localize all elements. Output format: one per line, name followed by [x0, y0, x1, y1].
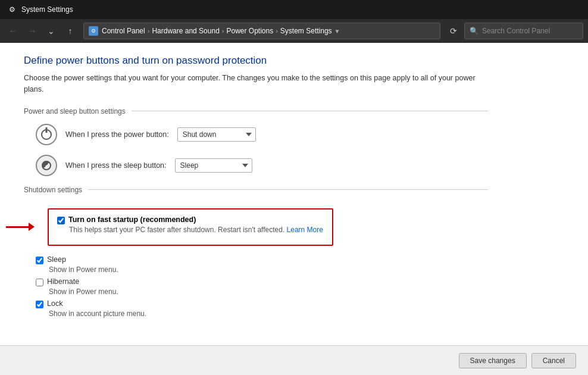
- sleep-checkbox-row: Sleep: [36, 255, 488, 264]
- lock-checkbox-label[interactable]: Lock: [47, 299, 62, 308]
- power-sleep-section-title: Power and sleep button settings: [24, 107, 126, 115]
- page-description: Choose the power settings that you want …: [24, 73, 488, 95]
- page-content: Define power buttons and turn on passwor…: [0, 43, 512, 368]
- sleep-checkbox-label[interactable]: Sleep: [47, 255, 66, 264]
- fast-startup-description: This helps start your PC faster after sh…: [69, 226, 324, 234]
- cancel-button[interactable]: Cancel: [531, 353, 576, 368]
- shutdown-section-divider: [88, 189, 488, 190]
- nav-bar: ← → ⌄ ↑ ⚙ Control Panel › Hardware and S…: [0, 19, 588, 43]
- learn-more-link[interactable]: Learn More: [287, 226, 323, 234]
- up-button[interactable]: ↑: [62, 23, 79, 39]
- sleep-checkbox[interactable]: [36, 257, 43, 264]
- refresh-button[interactable]: ⟳: [445, 23, 462, 39]
- content-area: Define power buttons and turn on passwor…: [0, 43, 588, 375]
- search-box[interactable]: 🔍 Search Control Panel: [464, 23, 583, 39]
- search-icon: 🔍: [470, 27, 478, 35]
- back-button[interactable]: ←: [5, 23, 21, 39]
- save-changes-button[interactable]: Save changes: [459, 353, 527, 368]
- sleep-button-label: When I press the sleep button:: [65, 161, 167, 170]
- sleep-button-icon: [36, 155, 57, 176]
- page-title: Define power buttons and turn on passwor…: [24, 55, 488, 67]
- lock-sublabel: Show in account picture menu.: [49, 310, 488, 318]
- breadcrumb-icon: ⚙: [89, 26, 98, 36]
- fast-startup-highlight-box: Turn on fast startup (recommended) This …: [48, 208, 333, 246]
- breadcrumb-control-panel[interactable]: Control Panel: [102, 27, 145, 35]
- power-button-row: When I press the power button: Do nothin…: [24, 124, 488, 145]
- hibernate-checkbox-row: Hibernate: [36, 277, 488, 286]
- power-button-icon: [36, 124, 57, 145]
- search-placeholder: Search Control Panel: [482, 27, 550, 35]
- recent-locations-button[interactable]: ⌄: [43, 23, 60, 39]
- power-button-select[interactable]: Do nothing Sleep Hibernate Shut down Tur…: [177, 127, 256, 142]
- section-divider: [132, 111, 488, 111]
- power-sleep-section-header: Power and sleep button settings: [24, 107, 488, 115]
- shutdown-section: Shutdown settings Turn on fast startup (…: [24, 186, 488, 318]
- breadcrumb-hardware-sound[interactable]: Hardware and Sound: [152, 27, 219, 35]
- sep-3: ›: [276, 27, 278, 35]
- title-bar-icon: ⚙: [7, 5, 17, 14]
- title-bar-title: System Settings: [21, 5, 73, 14]
- hibernate-checkbox-label[interactable]: Hibernate: [47, 277, 79, 286]
- fast-startup-checkbox[interactable]: [57, 217, 65, 224]
- power-button-label: When I press the power button:: [65, 130, 169, 139]
- breadcrumb-system-settings[interactable]: System Settings: [280, 27, 332, 35]
- red-arrow: [6, 223, 35, 231]
- forward-button[interactable]: →: [24, 23, 40, 39]
- breadcrumb-power-options[interactable]: Power Options: [226, 27, 273, 35]
- fast-startup-label[interactable]: Turn on fast startup (recommended): [68, 215, 196, 224]
- power-icon-inner: [41, 129, 52, 140]
- address-dropdown-button[interactable]: ▼: [334, 28, 340, 35]
- hibernate-sublabel: Show in Power menu.: [49, 288, 488, 296]
- sep-1: ›: [148, 27, 150, 35]
- bottom-bar: Save changes Cancel: [0, 345, 588, 375]
- fast-startup-row: Turn on fast startup (recommended): [57, 215, 324, 224]
- sleep-button-row: When I press the sleep button: Do nothin…: [24, 155, 488, 176]
- sleep-button-select[interactable]: Do nothing Sleep Hibernate Shut down: [175, 158, 252, 173]
- lock-checkbox-row: Lock: [36, 299, 488, 308]
- sleep-sublabel: Show in Power menu.: [49, 265, 488, 274]
- address-bar[interactable]: ⚙ Control Panel › Hardware and Sound › P…: [83, 23, 440, 39]
- sep-2: ›: [222, 27, 224, 35]
- lock-checkbox[interactable]: [36, 301, 43, 308]
- title-bar: ⚙ System Settings: [0, 0, 588, 19]
- sleep-icon-inner: [42, 161, 51, 170]
- shutdown-section-header: Shutdown settings: [24, 186, 488, 194]
- shutdown-section-title: Shutdown settings: [24, 186, 82, 194]
- hibernate-checkbox[interactable]: [36, 279, 43, 286]
